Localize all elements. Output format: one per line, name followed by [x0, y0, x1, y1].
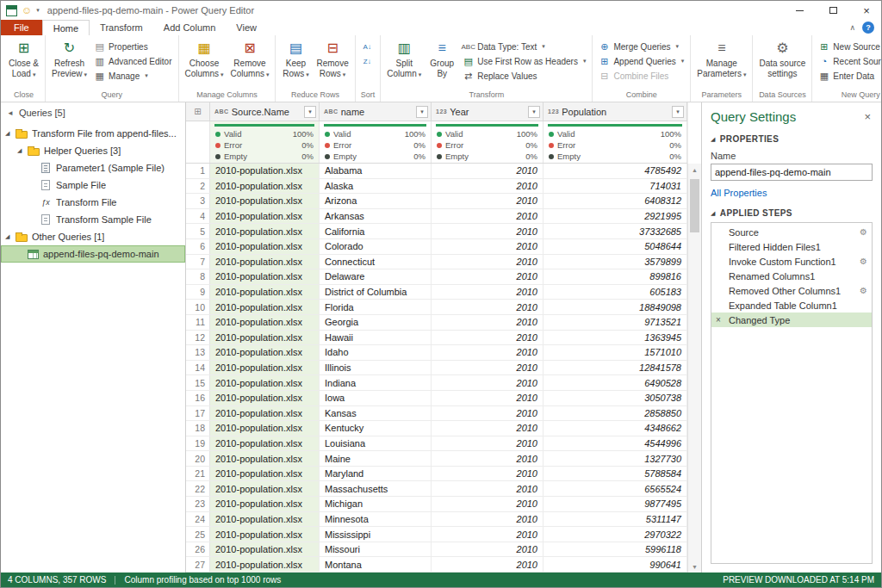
cell-name[interactable]: Arkansas: [320, 209, 432, 224]
data-source-settings-button[interactable]: ⚙Data sourcesettings: [756, 37, 808, 78]
row-number[interactable]: 13: [186, 345, 210, 360]
manage-parameters-button[interactable]: ≡ManageParameters▾: [694, 37, 748, 78]
cell-population[interactable]: 6408312: [543, 194, 687, 208]
cell-name[interactable]: Arizona: [320, 194, 432, 208]
split-column-button[interactable]: ▥SplitColumn▾: [384, 37, 424, 78]
applied-step-invoke-custom-function1[interactable]: Invoke Custom Function1⚙: [711, 254, 872, 269]
query-item-helper-queries-3[interactable]: ◢Helper Queries [3]: [1, 142, 185, 159]
query-name-input[interactable]: [711, 164, 873, 181]
cell-population[interactable]: 4785492: [543, 164, 687, 178]
cell-source-name[interactable]: 2010-population.xlsx: [210, 255, 320, 269]
cell-year[interactable]: 2010: [432, 345, 543, 360]
cell-source-name[interactable]: 2010-population.xlsx: [210, 209, 320, 224]
applied-step-source[interactable]: Source⚙: [711, 225, 872, 239]
cell-population[interactable]: 990641: [543, 557, 687, 572]
merge-queries-button[interactable]: ⊕Merge Queries▾: [596, 40, 686, 53]
row-number[interactable]: 10: [186, 300, 210, 314]
cell-source-name[interactable]: 2010-population.xlsx: [210, 406, 320, 421]
cell-population[interactable]: 3579899: [543, 255, 687, 269]
group-by-button[interactable]: ≡GroupBy: [425, 37, 458, 78]
filter-dropdown-icon[interactable]: ▾: [416, 106, 428, 118]
row-number[interactable]: 1: [186, 164, 210, 178]
delete-step-icon[interactable]: ×: [716, 315, 729, 325]
cell-source-name[interactable]: 2010-population.xlsx: [210, 345, 320, 360]
remove-rows-button[interactable]: ⊟RemoveRows▾: [314, 37, 351, 78]
query-item-parameter1-sample-file[interactable]: Parameter1 (Sample File): [1, 159, 185, 176]
cell-name[interactable]: Maine: [320, 451, 432, 466]
cell-name[interactable]: Kentucky: [320, 421, 432, 436]
cell-year[interactable]: 2010: [432, 557, 543, 572]
cell-population[interactable]: 9713521: [543, 315, 687, 330]
row-number[interactable]: 24: [186, 512, 210, 527]
cell-source-name[interactable]: 2010-population.xlsx: [210, 497, 320, 511]
filter-dropdown-icon[interactable]: ▾: [528, 106, 540, 118]
new-source-button[interactable]: ⊞New Source▾: [816, 40, 881, 53]
cell-name[interactable]: Mississippi: [320, 527, 432, 542]
cell-source-name[interactable]: 2010-population.xlsx: [210, 179, 320, 194]
tab-file[interactable]: File: [1, 20, 42, 35]
cell-source-name[interactable]: 2010-population.xlsx: [210, 436, 320, 451]
close-settings-icon[interactable]: ×: [862, 110, 873, 123]
row-number[interactable]: 14: [186, 361, 210, 375]
cell-source-name[interactable]: 2010-population.xlsx: [210, 331, 320, 345]
query-item-transform-file[interactable]: ƒxTransform File: [1, 194, 185, 211]
cell-source-name[interactable]: 2010-population.xlsx: [210, 542, 320, 557]
step-settings-gear-icon[interactable]: ⚙: [860, 227, 867, 237]
cell-population[interactable]: 2858850: [543, 406, 687, 421]
cell-year[interactable]: 2010: [432, 451, 543, 466]
quick-access-dropdown-icon[interactable]: ▾: [36, 7, 40, 14]
row-number[interactable]: 21: [186, 467, 210, 481]
cell-year[interactable]: 2010: [432, 436, 543, 451]
cell-year[interactable]: 2010: [432, 375, 543, 390]
cell-year[interactable]: 2010: [432, 179, 543, 194]
cell-name[interactable]: Colorado: [320, 239, 432, 254]
cell-year[interactable]: 2010: [432, 300, 543, 314]
combine-files-button[interactable]: ⊟Combine Files: [596, 69, 686, 83]
cell-year[interactable]: 2010: [432, 542, 543, 557]
cell-name[interactable]: Kansas: [320, 406, 432, 421]
row-number[interactable]: 6: [186, 239, 210, 254]
cell-population[interactable]: 714031: [543, 179, 687, 194]
cell-source-name[interactable]: 2010-population.xlsx: [210, 481, 320, 496]
cell-source-name[interactable]: 2010-population.xlsx: [210, 375, 320, 390]
tree-expander-icon[interactable]: ◢: [5, 130, 15, 137]
cell-source-name[interactable]: 2010-population.xlsx: [210, 239, 320, 254]
row-number[interactable]: 4: [186, 209, 210, 224]
cell-source-name[interactable]: 2010-population.xlsx: [210, 527, 320, 542]
cell-population[interactable]: 5788584: [543, 467, 687, 481]
row-number[interactable]: 8: [186, 269, 210, 284]
choose-columns-button[interactable]: ▦ChooseColumns▾: [183, 37, 227, 78]
cell-population[interactable]: 2921995: [543, 209, 687, 224]
cell-year[interactable]: 2010: [432, 194, 543, 208]
tree-expander-icon[interactable]: ◢: [17, 147, 27, 154]
row-number[interactable]: 25: [186, 527, 210, 542]
cell-name[interactable]: Louisiana: [320, 436, 432, 451]
step-settings-gear-icon[interactable]: ⚙: [860, 286, 867, 295]
scroll-down-icon[interactable]: ▼: [688, 560, 701, 573]
cell-source-name[interactable]: 2010-population.xlsx: [210, 421, 320, 436]
applied-steps-section-header[interactable]: ◢ APPLIED STEPS: [711, 208, 873, 218]
cell-source-name[interactable]: 2010-population.xlsx: [210, 467, 320, 481]
advanced-editor-button[interactable]: ▥Advanced Editor: [91, 54, 174, 68]
recent-sources-button[interactable]: ◔Recent Sources▾: [816, 54, 881, 68]
text-type-icon[interactable]: ABC: [324, 108, 339, 115]
cell-year[interactable]: 2010: [432, 164, 543, 178]
column-header-name[interactable]: ABCname▾: [320, 102, 432, 121]
cell-population[interactable]: 5311147: [543, 512, 687, 527]
number-type-icon[interactable]: 123: [548, 108, 559, 115]
feedback-smiley-icon[interactable]: ☺: [22, 5, 32, 15]
applied-step-changed-type[interactable]: ×Changed Type: [711, 313, 872, 327]
cell-population[interactable]: 3050738: [543, 391, 687, 405]
cell-population[interactable]: 4348662: [543, 421, 687, 436]
tab-home[interactable]: Home: [42, 20, 90, 35]
cell-population[interactable]: 605183: [543, 285, 687, 300]
sort-za-button[interactable]: Z↓: [359, 54, 376, 68]
applied-step-renamed-columns1[interactable]: Renamed Columns1: [711, 269, 872, 283]
column-header-year[interactable]: 123Year▾: [432, 102, 543, 121]
scroll-up-icon[interactable]: ▲: [688, 164, 701, 176]
scrollbar-thumb[interactable]: [690, 179, 699, 232]
vertical-scrollbar[interactable]: ▲ ▼: [687, 164, 701, 573]
cell-year[interactable]: 2010: [432, 391, 543, 405]
row-number[interactable]: 9: [186, 285, 210, 300]
cell-year[interactable]: 2010: [432, 421, 543, 436]
